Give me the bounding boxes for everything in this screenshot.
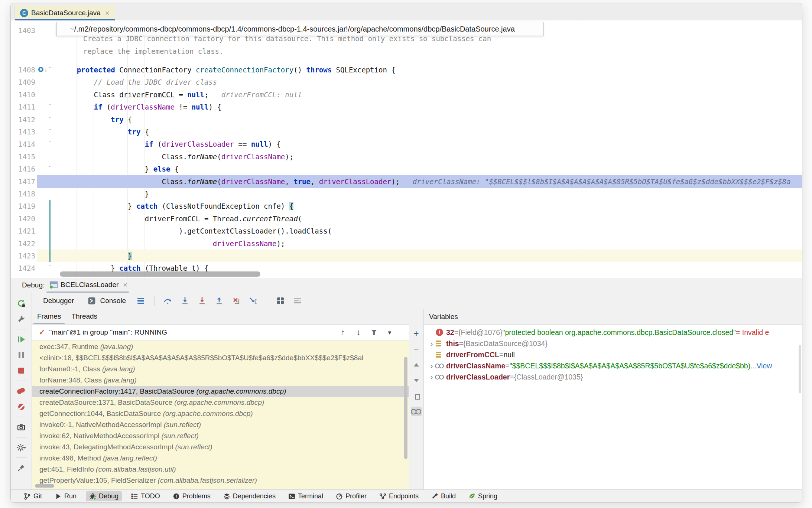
stack-frame-row[interactable]: invoke0:-1, NativeMethodAccessorImpl (su…: [32, 419, 409, 430]
toolwindow-button-debug[interactable]: Debug: [86, 491, 122, 501]
tab-frames[interactable]: Frames: [32, 312, 66, 324]
tab-debugger[interactable]: Debugger: [40, 297, 77, 305]
code-line[interactable]: 1419ˇ } catch (ClassNotFoundException cn…: [11, 200, 802, 212]
frames-vertical-scrollbar[interactable]: [404, 357, 407, 459]
code-line[interactable]: 1415 Class.forName(driverClassName);: [11, 150, 802, 163]
stack-frame-row[interactable]: invoke:498, Method (java.lang.reflect): [32, 453, 409, 464]
code-line-text: Class.forName(driverClassName);: [60, 150, 293, 163]
rerun-icon[interactable]: [16, 298, 26, 309]
pause-icon[interactable]: [16, 350, 26, 360]
view-breakpoints-icon[interactable]: [16, 386, 26, 396]
close-icon[interactable]: ×: [123, 281, 127, 289]
variable-row[interactable]: !32 = {Field@1076} "protected boolean or…: [424, 327, 802, 338]
fold-marker-icon[interactable]: ˇ: [46, 101, 53, 113]
up-arrow-icon[interactable]: ↑: [338, 327, 348, 338]
code-line[interactable]: 1423ˆ }: [11, 250, 802, 262]
fold-marker-icon[interactable]: ˇ: [46, 138, 53, 150]
code-line[interactable]: 1414ˇ if (driverClassLoader == null) {: [11, 138, 802, 150]
stack-frame-row[interactable]: invoke:43, DelegatingMethodAccessorImpl …: [32, 442, 409, 453]
code-line[interactable]: 1412ˇ try {: [11, 113, 802, 126]
editor-horizontal-scrollbar[interactable]: [60, 271, 260, 277]
step-over-icon[interactable]: [163, 296, 173, 306]
editor-tab-basicdatasource[interactable]: C BasicDataSource.java ×: [14, 6, 115, 20]
toolwindow-button-todo[interactable]: TODO: [128, 491, 163, 501]
ide-window: C BasicDataSource.java × 1403 Creates a …: [10, 3, 802, 503]
stack-frame-row[interactable]: createConnectionFactory:1417, BasicDataS…: [32, 386, 409, 397]
tab-threads[interactable]: Threads: [66, 312, 103, 324]
force-step-into-icon[interactable]: [197, 296, 207, 306]
code-line[interactable]: 1413ˇ try {: [11, 126, 802, 138]
variable-row[interactable]: ›driverClassName = "$$BCEL$$$l$8b$I$A$A$…: [424, 360, 802, 371]
code-editor[interactable]: 1403 Creates a JDBC connection factory f…: [11, 20, 802, 278]
fold-marker-icon[interactable]: ˇ: [46, 262, 53, 274]
step-out-icon[interactable]: [214, 296, 224, 306]
thread-status-text: "main"@1 in group "main": RUNNING: [49, 328, 338, 336]
stack-frame-row[interactable]: createDataSource:1371, BasicDataSource (…: [32, 397, 409, 408]
toolwindow-button-label: Spring: [478, 492, 497, 500]
variable-row[interactable]: ›driverClassLoader = {ClassLoader@1035}: [424, 371, 802, 382]
code-line[interactable]: 1417 Class.forName(driverClassName, true…: [11, 175, 802, 188]
toolwindow-button-git[interactable]: Git: [20, 491, 45, 501]
stack-frame-row[interactable]: getPropertyValue:105, FieldSerializer (c…: [32, 475, 409, 486]
toolwindow-button-problems[interactable]: Problems: [169, 491, 214, 501]
tab-console[interactable]: Console: [84, 296, 129, 306]
line-number: 1408: [11, 64, 35, 76]
fold-marker-icon[interactable]: ˇ: [46, 113, 53, 126]
toolwindow-button-run[interactable]: Run: [51, 491, 80, 501]
mute-breakpoints-icon[interactable]: [16, 401, 26, 412]
stack-frame-row[interactable]: forName:348, Class (java.lang): [32, 375, 409, 386]
close-icon[interactable]: ×: [105, 9, 110, 17]
settings-gear-icon[interactable]: ▾: [16, 442, 26, 453]
funnel-icon[interactable]: [369, 327, 379, 338]
code-line[interactable]: 1408ˇ↓ protected ConnectionFactory creat…: [11, 64, 802, 76]
stack-frame-row[interactable]: get:451, FieldInfo (com.alibaba.fastjson…: [32, 464, 409, 475]
toolwindow-button-dependencies[interactable]: Dependencies: [220, 491, 279, 501]
toolwindow-button-build[interactable]: Build: [428, 491, 459, 501]
evaluate-expression-icon[interactable]: [275, 296, 286, 306]
stack-frame-row[interactable]: forName0:-1, Class (java.lang): [32, 364, 409, 375]
fold-marker-icon[interactable]: ˇ: [46, 126, 53, 138]
camera-icon[interactable]: [16, 422, 26, 432]
stack-frame-row[interactable]: invoke:62, NativeMethodAccessorImpl (sun…: [32, 430, 409, 442]
stack-frame-row[interactable]: <clinit>:18, $$BCEL$$$l$8b$I$A$A$A$A$A$A…: [32, 352, 409, 364]
fold-marker-icon[interactable]: ˆ: [46, 163, 53, 175]
toolwindow-button-profiler[interactable]: Profiler: [332, 491, 370, 501]
run-to-cursor-icon[interactable]: [248, 296, 259, 306]
drop-frame-icon[interactable]: [231, 296, 241, 306]
toolwindow-button-endpoints[interactable]: Endpoints: [376, 491, 422, 501]
variable-row[interactable]: driverFromCCL = null: [424, 349, 802, 360]
resume-icon[interactable]: [16, 334, 26, 345]
wrench-icon[interactable]: [16, 314, 26, 324]
fold-marker-icon[interactable]: ˇ: [46, 64, 53, 76]
stack-frame-row[interactable]: getConnection:1044, BasicDataSource (org…: [32, 408, 409, 419]
line-number: 1413: [11, 126, 35, 138]
code-line[interactable]: 1421 ).getContextClassLoader().loadClass…: [11, 225, 802, 237]
tree-chevron-icon[interactable]: ›: [428, 360, 436, 371]
step-into-icon[interactable]: [180, 296, 190, 306]
toolwindow-button-terminal[interactable]: Terminal: [285, 491, 327, 501]
toolwindow-button-spring[interactable]: Spring: [465, 491, 501, 501]
view-link[interactable]: View: [756, 360, 772, 371]
variable-row[interactable]: ›this = {BasicDataSource@1034}: [424, 338, 802, 349]
debug-session-tab[interactable]: BCELClassLoader ×: [46, 278, 131, 292]
tree-chevron-icon[interactable]: ›: [428, 371, 436, 382]
hamburger-icon[interactable]: [136, 296, 146, 306]
stop-icon[interactable]: [16, 365, 26, 376]
thread-selector-row[interactable]: ✓ "main"@1 in group "main": RUNNING ↑↓▼: [32, 325, 409, 341]
code-line[interactable]: 1416ˆ } else {: [11, 163, 802, 175]
dropdown-icon[interactable]: ▼: [384, 327, 395, 338]
stack-frame-row[interactable]: exec:347, Runtime (java.lang): [32, 341, 409, 352]
pin-icon[interactable]: [16, 463, 26, 473]
down-arrow-icon[interactable]: ↓: [353, 327, 364, 338]
code-line[interactable]: 1410 Class driverFromCCL = null; driverF…: [11, 88, 802, 101]
code-line[interactable]: 1418 }: [11, 188, 802, 200]
code-line[interactable]: 1422 driverClassName);: [11, 237, 802, 250]
code-line[interactable]: 1420 driverFromCCL = Thread.currentThrea…: [11, 212, 802, 225]
variables-scrollbar[interactable]: [799, 345, 801, 393]
layout-settings-icon[interactable]: [292, 296, 303, 306]
move-up-icon: [411, 359, 422, 370]
code-line[interactable]: 1409 // Load the JDBC driver class: [11, 76, 802, 88]
tree-chevron-icon[interactable]: ›: [428, 338, 436, 349]
code-line[interactable]: 1411ˇ if (driverClassName != null) {: [11, 101, 802, 113]
frames-horizontal-scrollbar[interactable]: [35, 484, 54, 488]
